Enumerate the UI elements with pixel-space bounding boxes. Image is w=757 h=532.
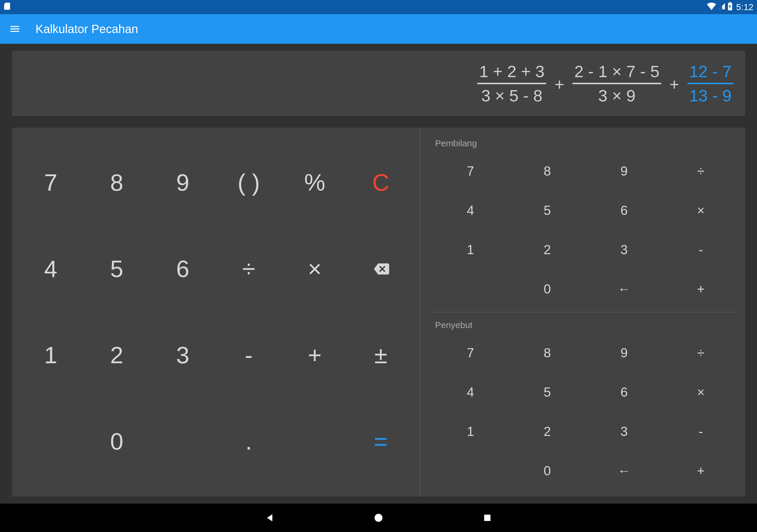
key-clear[interactable]: C [348, 139, 414, 226]
pad-divider [432, 312, 739, 312]
key-decimal[interactable]: . [216, 399, 282, 485]
key-0[interactable]: 0 [84, 399, 150, 485]
nav-home-button[interactable] [371, 511, 386, 525]
key-2[interactable]: 2 [84, 312, 150, 399]
num-key-back[interactable]: ← [586, 270, 663, 309]
den-key-4[interactable]: 4 [432, 372, 509, 412]
den-key-3[interactable]: 3 [586, 412, 663, 451]
denominator-pad: Penyebut 7 8 9 ÷ 4 5 6 × 1 2 3 - [432, 315, 739, 490]
fraction-3-active[interactable]: 12 - 7 13 - 9 [687, 61, 733, 106]
den-key-6[interactable]: 6 [586, 372, 663, 412]
fraction-2[interactable]: 2 - 1 × 7 - 5 3 × 9 [572, 61, 661, 106]
num-key-minus[interactable]: - [662, 230, 739, 270]
key-8[interactable]: 8 [84, 139, 150, 226]
fraction-keypad: Pembilang 7 8 9 ÷ 4 5 6 × 1 2 3 - [420, 128, 745, 496]
fraction-numerator: 1 + 2 + 3 [477, 61, 546, 82]
num-key-5[interactable]: 5 [509, 191, 586, 230]
backspace-icon [373, 261, 389, 277]
den-key-plus[interactable]: + [662, 451, 739, 490]
num-key-divide[interactable]: ÷ [662, 151, 739, 191]
key-1[interactable]: 1 [18, 312, 84, 399]
denominator-label: Penyebut [432, 315, 739, 333]
den-key-multiply[interactable]: × [662, 372, 739, 412]
fraction-bar [477, 83, 546, 84]
content-area: 1 + 2 + 3 3 × 5 - 8 + 2 - 1 × 7 - 5 3 × … [0, 44, 757, 504]
fraction-bar [572, 83, 661, 84]
num-key-2[interactable]: 2 [509, 230, 586, 270]
key-empty [282, 399, 348, 485]
key-4[interactable]: 4 [18, 226, 84, 312]
num-key-3[interactable]: 3 [586, 230, 663, 270]
fraction-denominator: 13 - 9 [687, 85, 733, 106]
nav-recents-button[interactable] [480, 511, 495, 525]
den-key-1[interactable]: 1 [432, 412, 509, 451]
num-key-7[interactable]: 7 [432, 151, 509, 191]
keypad-area: 7 8 9 ( ) % C 4 5 6 ÷ × 1 2 3 - + ± [12, 128, 745, 496]
status-right: 5:12 [707, 2, 753, 13]
app-title: Kalkulator Pecahan [36, 22, 138, 36]
numerator-label: Pembilang [432, 133, 739, 151]
den-key-9[interactable]: 9 [586, 333, 663, 372]
key-empty [150, 399, 216, 485]
key-multiply[interactable]: × [282, 226, 348, 312]
den-key-8[interactable]: 8 [509, 333, 586, 372]
key-divide[interactable]: ÷ [216, 226, 282, 312]
fraction-numerator: 2 - 1 × 7 - 5 [572, 61, 661, 82]
den-key-2[interactable]: 2 [509, 412, 586, 451]
key-plusminus[interactable]: ± [348, 312, 414, 399]
den-key-7[interactable]: 7 [432, 333, 509, 372]
nav-home-icon [373, 513, 384, 523]
numerator-grid: 7 8 9 ÷ 4 5 6 × 1 2 3 - 0 ← [432, 151, 739, 309]
cell-signal-icon [718, 2, 726, 12]
key-7[interactable]: 7 [18, 139, 84, 226]
num-key-8[interactable]: 8 [509, 151, 586, 191]
num-key-4[interactable]: 4 [432, 191, 509, 230]
expression-display[interactable]: 1 + 2 + 3 3 × 5 - 8 + 2 - 1 × 7 - 5 3 × … [12, 51, 745, 116]
key-parens[interactable]: ( ) [216, 139, 282, 226]
key-6[interactable]: 6 [150, 226, 216, 312]
key-5[interactable]: 5 [84, 226, 150, 312]
den-key-divide[interactable]: ÷ [662, 333, 739, 372]
main-keypad: 7 8 9 ( ) % C 4 5 6 ÷ × 1 2 3 - + ± [12, 128, 420, 496]
screen: 5:12 Kalkulator Pecahan 1 + 2 + 3 3 × 5 … [0, 0, 757, 532]
key-empty [18, 399, 84, 485]
menu-button[interactable] [8, 22, 21, 36]
fraction-numerator: 12 - 7 [687, 61, 733, 82]
operator-1: + [555, 73, 564, 94]
svg-rect-1 [484, 515, 490, 521]
key-percent[interactable]: % [282, 139, 348, 226]
nav-recents-icon [483, 513, 492, 522]
key-3[interactable]: 3 [150, 312, 216, 399]
nav-back-button[interactable] [262, 511, 277, 525]
wifi-icon [707, 2, 716, 12]
num-key-1[interactable]: 1 [432, 230, 509, 270]
den-key-minus[interactable]: - [662, 412, 739, 451]
key-9[interactable]: 9 [150, 139, 216, 226]
num-key-plus[interactable]: + [662, 270, 739, 309]
expression-row: 1 + 2 + 3 3 × 5 - 8 + 2 - 1 × 7 - 5 3 × … [477, 61, 733, 106]
key-plus[interactable]: + [282, 312, 348, 399]
key-backspace[interactable] [348, 226, 414, 312]
nav-bar [0, 504, 757, 532]
sd-card-icon [4, 2, 11, 13]
battery-icon [727, 2, 733, 13]
den-key-empty [432, 451, 509, 490]
app-bar: Kalkulator Pecahan [0, 14, 757, 44]
fraction-denominator: 3 × 9 [596, 85, 637, 106]
den-key-0[interactable]: 0 [509, 451, 586, 490]
key-minus[interactable]: - [216, 312, 282, 399]
key-equals[interactable]: = [348, 399, 414, 485]
den-key-back[interactable]: ← [586, 451, 663, 490]
operator-2: + [670, 73, 679, 94]
num-key-9[interactable]: 9 [586, 151, 663, 191]
den-key-5[interactable]: 5 [509, 372, 586, 412]
numerator-pad: Pembilang 7 8 9 ÷ 4 5 6 × 1 2 3 - [432, 133, 739, 309]
fraction-1[interactable]: 1 + 2 + 3 3 × 5 - 8 [477, 61, 546, 106]
svg-point-0 [375, 514, 383, 522]
fraction-bar [687, 83, 733, 84]
num-key-6[interactable]: 6 [586, 191, 663, 230]
clock-text: 5:12 [736, 2, 753, 12]
num-key-0[interactable]: 0 [509, 270, 586, 309]
num-key-multiply[interactable]: × [662, 191, 739, 230]
status-left [4, 2, 11, 13]
